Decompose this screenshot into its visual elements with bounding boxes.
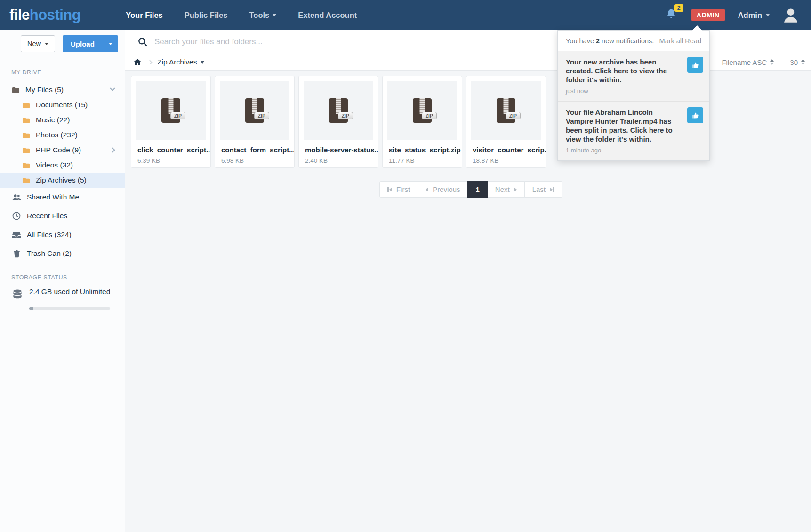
pagination-page-1-button[interactable]: 1 <box>467 181 487 198</box>
notification-item[interactable]: Your file Abraham Lincoln Vampire Hunter… <box>558 101 709 160</box>
chevron-right-icon[interactable] <box>110 147 115 152</box>
notification-time: 1 minute ago <box>566 147 701 154</box>
folder-icon <box>22 161 31 170</box>
avatar[interactable] <box>782 6 800 24</box>
file-name: visitor_counter_scrip... <box>466 146 546 154</box>
upload-button[interactable]: Upload <box>63 35 118 52</box>
pagination-last-button[interactable]: Last <box>524 181 562 198</box>
file-card[interactable]: ZIP mobile-server-status... 2.40 KB <box>298 76 378 168</box>
nav-tools-dropdown[interactable]: Tools <box>249 11 276 20</box>
pagination-first-button[interactable]: First <box>379 181 418 198</box>
file-thumbnail: ZIP <box>220 81 289 140</box>
sidebar-item-php-code[interactable]: PHP Code (9) <box>0 143 125 158</box>
dropdown-arrow <box>692 25 702 31</box>
skip-last-icon <box>550 187 554 192</box>
breadcrumb-current-folder[interactable]: Zip Archives <box>157 58 204 66</box>
navbar-right: 2 ADMIN Admin <box>665 6 811 24</box>
app-logo[interactable]: filehosting <box>9 7 80 24</box>
sort-arrows-icon <box>801 59 805 65</box>
zip-file-icon: ZIP <box>161 98 180 123</box>
file-name: contact_form_script.... <box>215 146 294 154</box>
folder-icon <box>22 176 31 185</box>
folder-icon <box>11 86 20 95</box>
file-name: site_status_script.zip <box>383 146 462 154</box>
mark-all-read-link[interactable]: Mark all Read <box>659 37 701 45</box>
top-navbar: filehosting Your Files Public Files Tool… <box>0 0 811 30</box>
thumbs-up-icon <box>691 111 699 119</box>
storage-status-label: STORAGE STATUS <box>11 274 125 281</box>
pagination-previous-button[interactable]: Previous <box>418 181 468 198</box>
people-icon <box>11 192 22 202</box>
chevron-down-icon <box>766 14 770 16</box>
file-card[interactable]: ZIP contact_form_script.... 6.98 KB <box>215 76 295 168</box>
sidebar-item-my-files[interactable]: My Files (5) <box>0 82 125 97</box>
nav-extend-account[interactable]: Extend Account <box>298 11 357 20</box>
filehosting-app: filehosting Your Files Public Files Tool… <box>0 0 811 532</box>
storage-progress-bar <box>29 307 110 310</box>
drive-icon <box>11 230 22 239</box>
skip-first-icon <box>387 187 392 192</box>
file-size: 18.87 KB <box>466 157 546 164</box>
sidebar-item-photos[interactable]: Photos (232) <box>0 127 125 143</box>
folder-icon <box>22 131 31 140</box>
sidebar: New Upload MY DRIVE My Files (5) Documen… <box>0 30 125 532</box>
database-icon <box>11 288 24 302</box>
sidebar-item-documents[interactable]: Documents (15) <box>0 97 125 112</box>
new-button[interactable]: New <box>21 35 55 52</box>
sort-order-control[interactable]: Filename ASC <box>722 58 774 66</box>
chevron-down-icon <box>45 43 48 45</box>
sidebar-item-recent-files[interactable]: Recent Files <box>0 206 125 225</box>
file-size: 11.77 KB <box>383 157 462 164</box>
notifications-dropdown: You have 2 new notifications. Mark all R… <box>557 30 710 161</box>
file-thumbnail: ZIP <box>471 81 541 140</box>
acknowledge-notification-button[interactable] <box>687 57 703 73</box>
sidebar-item-zip-archives[interactable]: Zip Archives (5) <box>0 173 125 188</box>
storage-status: 2.4 GB used of Unlimited <box>0 287 125 310</box>
notification-item[interactable]: Your new archive has been created. Click… <box>558 51 709 101</box>
file-card[interactable]: ZIP site_status_script.zip 11.77 KB <box>382 76 462 168</box>
chevron-down-icon <box>273 14 276 16</box>
notifications-header: You have 2 new notifications. Mark all R… <box>558 31 709 51</box>
file-card[interactable]: ZIP visitor_counter_scrip... 18.87 KB <box>466 76 546 168</box>
user-menu[interactable]: Admin <box>738 11 770 20</box>
sidebar-item-all-files[interactable]: All Files (324) <box>0 225 125 244</box>
nav-your-files[interactable]: Your Files <box>126 11 163 20</box>
pagination-next-button[interactable]: Next <box>487 181 525 198</box>
notification-time: just now <box>566 87 701 95</box>
notifications-summary: You have 2 new notifications. <box>566 37 654 45</box>
zip-file-icon: ZIP <box>245 98 264 123</box>
admin-role-badge: ADMIN <box>691 9 725 21</box>
main-nav: Your Files Public Files Tools Extend Acc… <box>126 11 357 20</box>
file-size: 6.98 KB <box>215 157 294 164</box>
notification-count-badge: 2 <box>674 4 683 12</box>
search-icon <box>137 37 148 47</box>
clock-icon <box>11 211 22 221</box>
sort-arrows-icon <box>770 59 774 65</box>
notifications-bell-button[interactable]: 2 <box>665 8 677 22</box>
sidebar-item-shared-with-me[interactable]: Shared With Me <box>0 188 125 206</box>
folder-icon <box>22 116 31 125</box>
file-size: 2.40 KB <box>299 157 378 164</box>
page-size-control[interactable]: 30 <box>790 58 805 66</box>
home-icon[interactable] <box>133 58 142 66</box>
acknowledge-notification-button[interactable] <box>687 107 703 123</box>
notification-text[interactable]: Your file Abraham Lincoln Vampire Hunter… <box>566 108 701 143</box>
thumbs-up-icon <box>691 61 699 69</box>
nav-public-files[interactable]: Public Files <box>185 11 228 20</box>
arrow-left-icon <box>426 187 428 192</box>
sidebar-item-music[interactable]: Music (22) <box>0 112 125 127</box>
notification-text[interactable]: Your new archive has been created. Click… <box>566 57 701 84</box>
arrow-right-icon <box>514 187 517 192</box>
file-thumbnail: ZIP <box>304 81 373 140</box>
file-thumbnail: ZIP <box>136 81 206 140</box>
upload-options-toggle[interactable] <box>103 35 118 52</box>
file-card[interactable]: ZIP click_counter_script.... 6.39 KB <box>131 76 211 168</box>
file-size: 6.39 KB <box>131 157 210 164</box>
view-controls: Filename ASC 30 <box>701 57 811 67</box>
sidebar-item-trash-can[interactable]: Trash Can (2) <box>0 244 125 263</box>
sidebar-item-videos[interactable]: Videos (32) <box>0 158 125 173</box>
breadcrumb-separator <box>148 60 153 64</box>
chevron-down-icon[interactable] <box>110 86 115 91</box>
chevron-down-icon <box>201 61 204 64</box>
search-input[interactable] <box>154 37 811 47</box>
